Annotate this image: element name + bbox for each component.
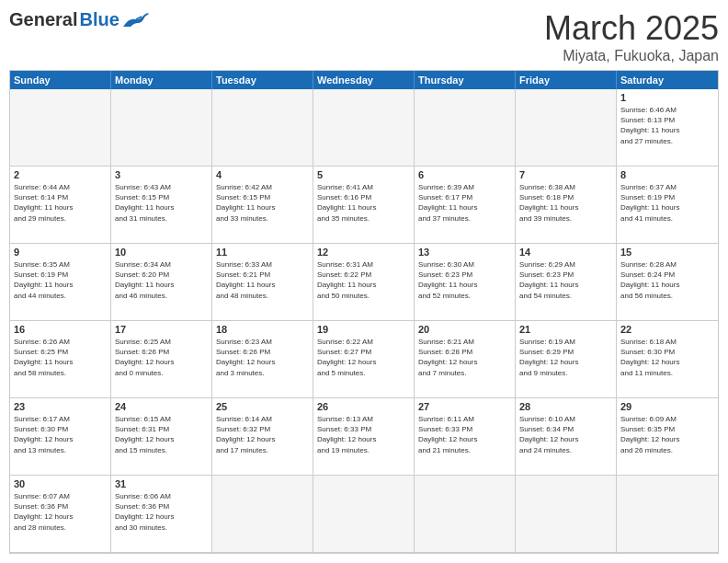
calendar-cell	[415, 89, 516, 167]
calendar-cell	[212, 89, 313, 167]
day-number: 30	[14, 478, 107, 489]
calendar-cell	[415, 476, 516, 553]
calendar-cell: 13Sunrise: 6:30 AM Sunset: 6:23 PM Dayli…	[415, 244, 516, 321]
logo-general-text: General	[9, 9, 77, 30]
calendar-cell: 10Sunrise: 6:34 AM Sunset: 6:20 PM Dayli…	[111, 244, 212, 321]
day-info: Sunrise: 6:18 AM Sunset: 6:30 PM Dayligh…	[620, 337, 714, 378]
calendar-cell	[313, 476, 415, 553]
calendar-cell	[212, 476, 313, 553]
weekday-header: Saturday	[617, 71, 718, 89]
calendar: SundayMondayTuesdayWednesdayThursdayFrid…	[9, 70, 719, 554]
day-number: 20	[418, 324, 511, 335]
day-info: Sunrise: 6:26 AM Sunset: 6:25 PM Dayligh…	[14, 337, 107, 378]
logo-bird-icon	[121, 10, 151, 30]
day-number: 14	[519, 247, 612, 258]
day-info: Sunrise: 6:43 AM Sunset: 6:15 PM Dayligh…	[115, 182, 208, 224]
calendar-cell: 19Sunrise: 6:22 AM Sunset: 6:27 PM Dayli…	[313, 321, 415, 398]
day-number: 15	[620, 247, 714, 258]
calendar-cell: 12Sunrise: 6:31 AM Sunset: 6:22 PM Dayli…	[313, 244, 415, 321]
day-number: 5	[317, 169, 410, 180]
calendar-cell: 3Sunrise: 6:43 AM Sunset: 6:15 PM Daylig…	[111, 167, 212, 244]
weekday-header: Thursday	[415, 71, 516, 89]
day-info: Sunrise: 6:30 AM Sunset: 6:23 PM Dayligh…	[418, 259, 511, 301]
day-info: Sunrise: 6:10 AM Sunset: 6:34 PM Dayligh…	[519, 414, 612, 455]
day-info: Sunrise: 6:06 AM Sunset: 6:36 PM Dayligh…	[115, 491, 208, 533]
day-number: 16	[14, 324, 107, 335]
day-info: Sunrise: 6:13 AM Sunset: 6:33 PM Dayligh…	[317, 414, 410, 455]
day-info: Sunrise: 6:38 AM Sunset: 6:18 PM Dayligh…	[519, 182, 612, 224]
calendar-cell	[313, 89, 415, 167]
calendar-cell: 27Sunrise: 6:11 AM Sunset: 6:33 PM Dayli…	[415, 398, 516, 476]
calendar-cell: 26Sunrise: 6:13 AM Sunset: 6:33 PM Dayli…	[313, 398, 415, 476]
day-number: 26	[317, 401, 410, 412]
day-info: Sunrise: 6:07 AM Sunset: 6:36 PM Dayligh…	[14, 491, 107, 533]
day-info: Sunrise: 6:31 AM Sunset: 6:22 PM Dayligh…	[317, 259, 410, 301]
weekday-header: Wednesday	[313, 71, 415, 89]
calendar-cell	[10, 89, 111, 167]
calendar-cell: 15Sunrise: 6:28 AM Sunset: 6:24 PM Dayli…	[617, 244, 718, 321]
day-number: 6	[418, 169, 511, 180]
weekday-header: Monday	[111, 71, 212, 89]
day-number: 11	[216, 247, 309, 258]
day-number: 24	[115, 401, 208, 412]
calendar-cell: 30Sunrise: 6:07 AM Sunset: 6:36 PM Dayli…	[10, 476, 111, 553]
calendar-cell	[111, 89, 212, 167]
day-number: 25	[216, 401, 309, 412]
weekday-header: Friday	[516, 71, 617, 89]
calendar-cell: 21Sunrise: 6:19 AM Sunset: 6:29 PM Dayli…	[516, 321, 617, 398]
calendar-cell: 20Sunrise: 6:21 AM Sunset: 6:28 PM Dayli…	[415, 321, 516, 398]
calendar-body: 1Sunrise: 6:46 AM Sunset: 6:13 PM Daylig…	[10, 89, 718, 553]
logo-blue-text: Blue	[79, 9, 119, 30]
day-number: 31	[115, 478, 208, 489]
calendar-cell: 17Sunrise: 6:25 AM Sunset: 6:26 PM Dayli…	[111, 321, 212, 398]
day-info: Sunrise: 6:21 AM Sunset: 6:28 PM Dayligh…	[418, 337, 511, 378]
day-number: 22	[620, 324, 714, 335]
day-number: 19	[317, 324, 410, 335]
calendar-cell: 29Sunrise: 6:09 AM Sunset: 6:35 PM Dayli…	[617, 398, 718, 476]
calendar-cell: 18Sunrise: 6:23 AM Sunset: 6:26 PM Dayli…	[212, 321, 313, 398]
day-number: 3	[115, 169, 208, 180]
logo: General Blue	[9, 9, 151, 30]
calendar-header: SundayMondayTuesdayWednesdayThursdayFrid…	[10, 71, 718, 89]
day-info: Sunrise: 6:35 AM Sunset: 6:19 PM Dayligh…	[14, 259, 107, 301]
calendar-cell: 31Sunrise: 6:06 AM Sunset: 6:36 PM Dayli…	[111, 476, 212, 553]
calendar-cell	[516, 89, 617, 167]
calendar-cell: 23Sunrise: 6:17 AM Sunset: 6:30 PM Dayli…	[10, 398, 111, 476]
day-number: 7	[519, 169, 612, 180]
calendar-cell	[516, 476, 617, 553]
calendar-cell: 25Sunrise: 6:14 AM Sunset: 6:32 PM Dayli…	[212, 398, 313, 476]
day-info: Sunrise: 6:25 AM Sunset: 6:26 PM Dayligh…	[115, 337, 208, 378]
calendar-cell: 7Sunrise: 6:38 AM Sunset: 6:18 PM Daylig…	[516, 167, 617, 244]
day-number: 13	[418, 247, 511, 258]
calendar-cell: 6Sunrise: 6:39 AM Sunset: 6:17 PM Daylig…	[415, 167, 516, 244]
calendar-cell: 4Sunrise: 6:42 AM Sunset: 6:15 PM Daylig…	[212, 167, 313, 244]
day-info: Sunrise: 6:39 AM Sunset: 6:17 PM Dayligh…	[418, 182, 511, 224]
calendar-cell	[617, 476, 718, 553]
day-number: 8	[620, 169, 714, 180]
calendar-cell: 22Sunrise: 6:18 AM Sunset: 6:30 PM Dayli…	[617, 321, 718, 398]
day-info: Sunrise: 6:41 AM Sunset: 6:16 PM Dayligh…	[317, 182, 410, 224]
calendar-cell: 14Sunrise: 6:29 AM Sunset: 6:23 PM Dayli…	[516, 244, 617, 321]
day-number: 4	[216, 169, 309, 180]
calendar-cell: 16Sunrise: 6:26 AM Sunset: 6:25 PM Dayli…	[10, 321, 111, 398]
calendar-cell: 11Sunrise: 6:33 AM Sunset: 6:21 PM Dayli…	[212, 244, 313, 321]
day-info: Sunrise: 6:14 AM Sunset: 6:32 PM Dayligh…	[216, 414, 309, 455]
day-number: 9	[14, 247, 107, 258]
day-info: Sunrise: 6:11 AM Sunset: 6:33 PM Dayligh…	[418, 414, 511, 455]
calendar-cell: 8Sunrise: 6:37 AM Sunset: 6:19 PM Daylig…	[617, 167, 718, 244]
day-number: 17	[115, 324, 208, 335]
day-info: Sunrise: 6:28 AM Sunset: 6:24 PM Dayligh…	[620, 259, 714, 301]
day-number: 12	[317, 247, 410, 258]
day-info: Sunrise: 6:22 AM Sunset: 6:27 PM Dayligh…	[317, 337, 410, 378]
calendar-cell: 24Sunrise: 6:15 AM Sunset: 6:31 PM Dayli…	[111, 398, 212, 476]
calendar-cell: 28Sunrise: 6:10 AM Sunset: 6:34 PM Dayli…	[516, 398, 617, 476]
day-number: 23	[14, 401, 107, 412]
header: General Blue March 2025 Miyata, Fukuoka,…	[9, 9, 719, 64]
main-title: March 2025	[544, 9, 719, 48]
day-info: Sunrise: 6:17 AM Sunset: 6:30 PM Dayligh…	[14, 414, 107, 455]
day-info: Sunrise: 6:34 AM Sunset: 6:20 PM Dayligh…	[115, 259, 208, 301]
day-info: Sunrise: 6:46 AM Sunset: 6:13 PM Dayligh…	[620, 105, 714, 146]
calendar-cell: 9Sunrise: 6:35 AM Sunset: 6:19 PM Daylig…	[10, 244, 111, 321]
day-number: 29	[620, 401, 714, 412]
title-block: March 2025 Miyata, Fukuoka, Japan	[544, 9, 719, 64]
